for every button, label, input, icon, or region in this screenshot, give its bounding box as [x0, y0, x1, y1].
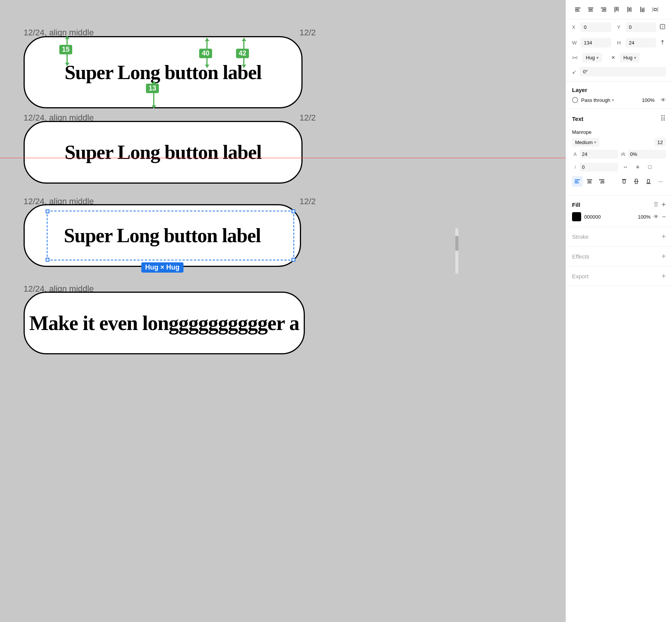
paragraph-spacing-metric: ↕ 0 [572, 163, 618, 171]
layer-section: Layer Pass through ▾ 100% 👁 [566, 81, 672, 109]
y-input[interactable]: 0 [626, 22, 656, 32]
svg-rect-11 [618, 7, 618, 11]
svg-rect-14 [631, 7, 631, 12]
effects-add-btn[interactable]: + [661, 252, 666, 261]
handle-tl[interactable] [46, 209, 49, 213]
text-section: Text ⠿ Manrope Medium ▾ 12 A 24 |A| 0% [566, 109, 672, 195]
text-header: Text ⠿ [572, 114, 666, 123]
handle-tr[interactable] [292, 209, 295, 213]
distribute-btn[interactable] [650, 4, 661, 15]
text-more-options-btn[interactable]: ··· [655, 176, 666, 187]
blue-selection-box [47, 211, 294, 260]
text-align-center-btn[interactable] [584, 176, 595, 187]
svg-rect-3 [588, 8, 593, 8]
line-height-input[interactable]: 24 [580, 150, 618, 159]
right-panel: X 0 Y 0 W 134 H 24 >< Hug ▾ ✕ Hug ▾ ↙ 0° [566, 0, 672, 622]
hug-v-select[interactable]: Hug ▾ [620, 53, 640, 62]
svg-rect-12 [628, 7, 628, 12]
svg-rect-10 [616, 7, 617, 11]
letter-spacing-input[interactable]: 0% [628, 150, 666, 159]
text-more-btn[interactable]: ⠿ [660, 114, 666, 123]
svg-rect-35 [634, 181, 639, 182]
handle-br[interactable] [292, 258, 295, 262]
fill-hex-value[interactable]: 000000 [584, 214, 635, 220]
svg-rect-24 [575, 179, 580, 180]
canvas: 12/24, align middle 12/2 Super Long butt… [0, 0, 566, 622]
hug-h-select[interactable]: Hug ▾ [582, 53, 602, 62]
hug-label: Hug × Hug [141, 262, 184, 273]
effects-section: Effects + [566, 247, 672, 267]
text-metrics-row: A 24 |A| 0% [572, 150, 666, 159]
measure-badge-13: 13 [146, 84, 159, 93]
y-label: Y [617, 24, 623, 30]
line-height-metric: A 24 [572, 150, 618, 159]
svg-rect-13 [629, 8, 630, 11]
stroke-section: Stroke + [566, 227, 672, 247]
svg-rect-8 [602, 11, 606, 11]
fill-grid-icon[interactable]: ⠿ [654, 201, 658, 208]
align-top-btn[interactable] [611, 4, 622, 15]
button-3[interactable]: Super Long button label Hug × Hug [24, 204, 301, 267]
svg-rect-27 [587, 179, 592, 180]
button-2[interactable]: Super Long button label [24, 121, 303, 184]
resize-mode-icon[interactable] [659, 23, 666, 32]
svg-rect-25 [575, 181, 578, 182]
wh-row: W 134 H 24 [566, 35, 672, 51]
layer-row: Pass through ▾ 100% 👁 [572, 97, 666, 103]
export-add-btn[interactable]: + [661, 272, 666, 281]
align-center-btn[interactable] [585, 4, 596, 15]
font-family[interactable]: Manrope [572, 127, 666, 138]
text-valign-bottom-btn[interactable] [643, 176, 654, 187]
stroke-add-btn[interactable]: + [661, 232, 666, 241]
font-weight-select[interactable]: Medium ▾ [572, 138, 599, 147]
align-middle-btn[interactable] [624, 4, 635, 15]
paragraph-icon: ↕ [572, 164, 578, 170]
fill-add-btn[interactable]: + [661, 201, 666, 208]
w-input[interactable]: 134 [580, 38, 611, 48]
h-input[interactable]: 24 [626, 38, 656, 48]
measure-badge-15: 15 [59, 45, 72, 54]
handle-bl[interactable] [46, 258, 49, 262]
font-size-input[interactable]: 12 [655, 138, 666, 147]
visibility-icon[interactable]: 👁 [661, 97, 666, 103]
opacity-value: 100% [642, 97, 655, 103]
fill-title: Fill [572, 202, 580, 208]
blend-mode-select[interactable]: Pass through ▾ [581, 97, 639, 103]
fill-visibility-icon[interactable]: 👁 [653, 214, 659, 220]
button-2-text: Super Long button label [65, 141, 262, 163]
measure-badge-40: 40 [199, 49, 212, 58]
text-align-right-btn[interactable] [596, 176, 607, 187]
svg-rect-20 [654, 8, 656, 11]
x-input[interactable]: 0 [580, 22, 611, 32]
button-4-text: Make it even longggggggggger a [29, 311, 299, 335]
fill-color-swatch[interactable] [572, 212, 581, 221]
paragraph-spacing-input[interactable]: 0 [580, 163, 618, 171]
svg-rect-4 [589, 9, 593, 10]
canvas-label-6: 12/2 [300, 197, 316, 206]
constrain-icon[interactable] [659, 39, 666, 47]
button-4[interactable]: Make it even longggggggggger a [24, 292, 305, 354]
fill-opacity-value[interactable]: 100% [638, 214, 650, 220]
text-resize-auto-btn[interactable]: ≡ [632, 162, 643, 172]
fill-remove-btn[interactable]: − [662, 213, 666, 221]
text-resize-width-btn[interactable]: ↔ [620, 162, 631, 172]
layer-title: Layer [572, 87, 587, 93]
text-valign-top-btn[interactable] [619, 176, 629, 187]
text-resize-fixed-btn[interactable]: □ [645, 162, 655, 172]
letter-spacing-icon: |A| [620, 152, 626, 156]
align-left-btn[interactable] [572, 4, 583, 15]
svg-rect-30 [599, 179, 604, 180]
canvas-label-4: 12/2 [300, 113, 316, 123]
text-valign-middle-btn[interactable] [631, 176, 642, 187]
line-height-icon: A [572, 152, 578, 157]
text-title: Text [572, 116, 583, 122]
scrollbar-thumb[interactable] [455, 236, 458, 251]
align-right-btn[interactable] [598, 4, 609, 15]
align-bottom-btn[interactable] [637, 4, 648, 15]
weight-chevron: ▾ [594, 140, 596, 145]
svg-rect-38 [647, 179, 650, 183]
letter-spacing-metric: |A| 0% [620, 150, 666, 159]
text-align-left-btn[interactable] [572, 176, 583, 187]
svg-rect-18 [653, 7, 653, 12]
angle-input[interactable]: 0° [580, 67, 666, 76]
